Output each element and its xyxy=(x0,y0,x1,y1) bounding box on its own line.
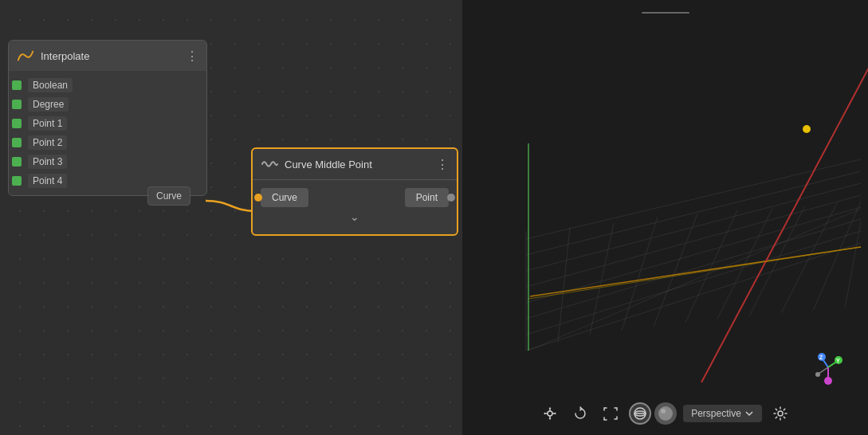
viewport-top-line xyxy=(642,12,689,14)
interpolate-node: Interpolate ⋮ Boolean Degree Point 1 Poi… xyxy=(8,40,207,196)
svg-point-37 xyxy=(548,411,552,416)
svg-point-42 xyxy=(661,409,666,413)
svg-point-43 xyxy=(778,411,783,416)
chevron-down-icon xyxy=(744,409,754,418)
svg-point-36 xyxy=(815,372,820,377)
svg-text:Y: Y xyxy=(836,358,840,363)
curve-node-body: Curve Point ⌄ xyxy=(253,180,457,234)
interpolate-icon xyxy=(17,47,34,65)
curve-middle-point-node: Curve Middle Point ⋮ Curve Point ⌄ xyxy=(251,147,458,236)
gear-icon xyxy=(773,406,787,421)
curve-input-socket[interactable]: Curve xyxy=(261,188,308,207)
socket-degree xyxy=(12,100,22,109)
socket-row-boolean: Boolean xyxy=(9,76,206,95)
viewport-settings-btn[interactable] xyxy=(768,402,792,425)
curve-label: Curve xyxy=(147,186,190,206)
socket-row-point1: Point 1 xyxy=(9,114,206,133)
curve-node-sockets: Curve Point xyxy=(261,188,449,207)
socket-label-point2: Point 2 xyxy=(28,135,67,150)
curve-node-header: Curve Middle Point ⋮ xyxy=(253,149,457,180)
curve-node-title: Curve Middle Point xyxy=(285,159,430,170)
svg-point-34 xyxy=(824,377,832,385)
socket-row-degree: Degree xyxy=(9,95,206,114)
viewport-toolbar: Perspective xyxy=(462,402,868,425)
svg-text:Z: Z xyxy=(819,355,823,360)
curve-output-socket[interactable]: Point xyxy=(405,188,449,207)
socket-boolean xyxy=(12,80,22,90)
svg-line-35 xyxy=(819,367,828,374)
socket-point4 xyxy=(12,176,22,186)
socket-row-point3: Point 3 xyxy=(9,152,206,171)
perspective-selector[interactable]: Perspective xyxy=(683,405,762,422)
gizmo-svg: Z Y xyxy=(804,343,852,391)
socket-label-point3: Point 3 xyxy=(28,155,67,169)
socket-label-point4: Point 4 xyxy=(28,174,67,188)
node-editor: Curve Interpolate ⋮ Boolean Degree Point… xyxy=(0,0,462,435)
interpolate-node-body: Boolean Degree Point 1 Point 2 Point 3 P… xyxy=(9,71,206,195)
perspective-label: Perspective xyxy=(691,408,741,419)
frame-btn[interactable] xyxy=(599,402,623,425)
curve-node-menu-btn[interactable]: ⋮ xyxy=(436,157,449,172)
wireframe-mode-btn[interactable] xyxy=(629,402,651,425)
interpolate-node-header: Interpolate ⋮ xyxy=(9,41,206,71)
socket-point3 xyxy=(12,157,22,167)
interpolate-node-menu-btn[interactable]: ⋮ xyxy=(186,49,198,64)
wave-icon xyxy=(261,155,278,173)
socket-label-degree: Degree xyxy=(28,97,69,112)
socket-point2 xyxy=(12,138,22,147)
orientation-gizmo: Z Y xyxy=(804,343,852,391)
viewport: Z Y xyxy=(462,0,868,435)
rotate-tool-btn[interactable] xyxy=(568,402,592,425)
solid-mode-btn[interactable] xyxy=(654,402,677,425)
curve-node-expand-btn[interactable]: ⌄ xyxy=(261,207,449,226)
svg-point-25 xyxy=(803,125,811,133)
svg-point-41 xyxy=(658,406,673,421)
move-tool-btn[interactable] xyxy=(538,402,562,425)
socket-label-boolean: Boolean xyxy=(28,78,73,92)
socket-point1 xyxy=(12,119,22,128)
socket-row-point2: Point 2 xyxy=(9,133,206,152)
interpolate-node-title: Interpolate xyxy=(41,50,179,62)
socket-label-point1: Point 1 xyxy=(28,116,67,131)
